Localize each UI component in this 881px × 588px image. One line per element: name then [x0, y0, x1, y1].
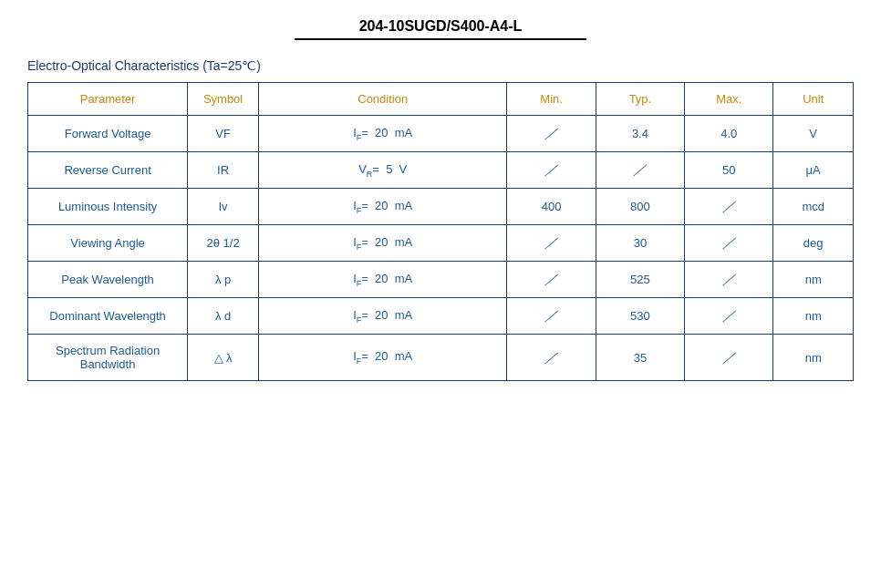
- table-row: Reverse CurrentIRVR= 5 V／／50μA: [28, 152, 854, 189]
- part-number-container: 204-10SUGD/S400-A4-L: [27, 18, 854, 40]
- col-header-min: Min.: [507, 83, 596, 116]
- cell-typ: 3.4: [596, 116, 684, 152]
- cell-condition: IF= 20 mA: [258, 298, 506, 335]
- cell-symbol: Iv: [188, 189, 259, 225]
- cell-unit: nm: [773, 298, 854, 335]
- cell-min: ／: [507, 152, 596, 189]
- cell-min: ／: [507, 262, 596, 298]
- cell-symbol: VF: [188, 116, 259, 152]
- cell-parameter: Reverse Current: [28, 152, 188, 189]
- cell-min: 400: [507, 189, 596, 225]
- cell-unit: μA: [773, 152, 854, 189]
- cell-condition: IF= 20 mA: [258, 116, 506, 152]
- cell-parameter: Peak Wavelength: [28, 262, 188, 298]
- cell-symbol: 2θ 1/2: [188, 225, 259, 262]
- table-row: Viewing Angle2θ 1/2IF= 20 mA／30／deg: [28, 225, 854, 262]
- section-title: Electro-Optical Characteristics (Ta=25℃): [27, 58, 854, 73]
- cell-symbol: IR: [188, 152, 259, 189]
- cell-typ: ／: [596, 152, 684, 189]
- cell-max: 4.0: [685, 116, 773, 152]
- cell-unit: V: [773, 116, 854, 152]
- col-header-typ: Typ.: [596, 83, 684, 116]
- cell-condition: IF= 20 mA: [258, 189, 506, 225]
- cell-parameter: Luminous Intensity: [28, 189, 188, 225]
- cell-min: ／: [507, 335, 596, 381]
- col-header-parameter: Parameter: [28, 83, 188, 116]
- cell-typ: 30: [596, 225, 684, 262]
- cell-min: ／: [507, 225, 596, 262]
- cell-unit: nm: [773, 262, 854, 298]
- table-row: Dominant Wavelengthλ dIF= 20 mA／530／nm: [28, 298, 854, 335]
- cell-typ: 525: [596, 262, 684, 298]
- cell-max: ／: [685, 335, 773, 381]
- cell-typ: 35: [596, 335, 684, 381]
- table-row: Peak Wavelengthλ pIF= 20 mA／525／nm: [28, 262, 854, 298]
- cell-symbol: △ λ: [188, 335, 259, 381]
- cell-condition: IF= 20 mA: [258, 225, 506, 262]
- cell-min: ／: [507, 298, 596, 335]
- cell-typ: 530: [596, 298, 684, 335]
- cell-unit: deg: [773, 225, 854, 262]
- cell-max: ／: [685, 189, 773, 225]
- cell-parameter: Viewing Angle: [28, 225, 188, 262]
- table-header-row: Parameter Symbol Condition Min. Typ. Max…: [28, 83, 854, 116]
- table-row: Forward VoltageVFIF= 20 mA／3.44.0V: [28, 116, 854, 152]
- cell-symbol: λ d: [188, 298, 259, 335]
- cell-condition: IF= 20 mA: [258, 262, 506, 298]
- cell-max: ／: [685, 225, 773, 262]
- cell-max: ／: [685, 298, 773, 335]
- cell-parameter: Forward Voltage: [28, 116, 188, 152]
- cell-min: ／: [507, 116, 596, 152]
- col-header-unit: Unit: [773, 83, 854, 116]
- part-number: 204-10SUGD/S400-A4-L: [27, 18, 854, 35]
- cell-condition: VR= 5 V: [258, 152, 506, 189]
- col-header-max: Max.: [685, 83, 773, 116]
- part-number-underline: [295, 38, 586, 40]
- characteristics-table: Parameter Symbol Condition Min. Typ. Max…: [27, 82, 854, 381]
- cell-parameter: Dominant Wavelength: [28, 298, 188, 335]
- cell-symbol: λ p: [188, 262, 259, 298]
- cell-unit: nm: [773, 335, 854, 381]
- cell-typ: 800: [596, 189, 684, 225]
- col-header-symbol: Symbol: [188, 83, 259, 116]
- cell-max: ／: [685, 262, 773, 298]
- cell-unit: mcd: [773, 189, 854, 225]
- table-row: Spectrum Radiation Bandwidth△ λIF= 20 mA…: [28, 335, 854, 381]
- table-row: Luminous IntensityIvIF= 20 mA400800／mcd: [28, 189, 854, 225]
- col-header-condition: Condition: [258, 83, 506, 116]
- cell-max: 50: [685, 152, 773, 189]
- cell-condition: IF= 20 mA: [258, 335, 506, 381]
- cell-parameter: Spectrum Radiation Bandwidth: [28, 335, 188, 381]
